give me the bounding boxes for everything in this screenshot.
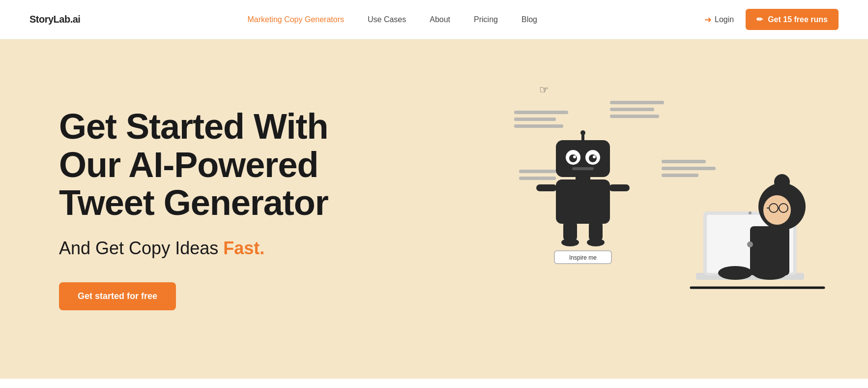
nav-pricing[interactable]: Pricing — [474, 15, 498, 24]
nav-marketing-generators[interactable]: Marketing Copy Generators — [247, 15, 344, 24]
login-link[interactable]: ➜ Login — [704, 14, 734, 25]
svg-rect-10 — [662, 174, 698, 177]
svg-rect-6 — [610, 108, 654, 111]
nav-use-cases[interactable]: Use Cases — [368, 15, 406, 24]
svg-rect-2 — [514, 124, 563, 128]
svg-rect-8 — [662, 160, 706, 163]
hero-illustration: Inspire me — [509, 81, 829, 337]
svg-point-27 — [561, 239, 579, 246]
nav-about[interactable]: About — [430, 15, 450, 24]
free-runs-label: Get 15 free runs — [768, 15, 828, 24]
login-label: Login — [715, 15, 734, 24]
text-lines-group-3 — [610, 101, 664, 118]
svg-point-16 — [569, 154, 577, 162]
svg-rect-13 — [556, 140, 610, 177]
hero-title: Get Started With Our AI-Powered Tweet Ge… — [59, 108, 354, 222]
get-started-button[interactable]: Get started for free — [59, 282, 176, 310]
text-lines-group-1 — [514, 111, 568, 128]
pencil-icon: ✏ — [756, 15, 763, 24]
text-lines-group-4 — [662, 160, 716, 177]
hero-content: Get Started With Our AI-Powered Tweet Ge… — [59, 108, 354, 310]
logo[interactable]: StoryLab.ai — [29, 14, 80, 25]
free-runs-button[interactable]: ✏ Get 15 free runs — [746, 9, 839, 30]
svg-rect-11 — [556, 179, 610, 224]
svg-text:Inspire me: Inspire me — [569, 254, 597, 261]
hero-section: Get Started With Our AI-Powered Tweet Ge… — [0, 39, 868, 379]
hero-subtitle-start: And Get Copy Ideas — [59, 238, 223, 258]
svg-rect-0 — [514, 111, 568, 114]
svg-point-38 — [752, 266, 787, 280]
nav-blog[interactable]: Blog — [521, 15, 537, 24]
svg-rect-25 — [563, 221, 577, 241]
svg-rect-20 — [572, 167, 594, 170]
svg-rect-5 — [610, 101, 664, 104]
svg-rect-21 — [581, 134, 584, 141]
svg-point-35 — [749, 211, 752, 214]
hero-subtitle: And Get Copy Ideas Fast. — [59, 238, 354, 259]
svg-point-46 — [747, 241, 753, 247]
nav-right: ➜ Login ✏ Get 15 free runs — [704, 9, 839, 30]
svg-rect-1 — [514, 118, 556, 121]
svg-rect-4 — [519, 177, 556, 180]
login-arrow-icon: ➜ — [704, 14, 712, 25]
svg-rect-26 — [589, 221, 603, 241]
svg-point-17 — [589, 154, 597, 162]
svg-point-18 — [573, 155, 576, 158]
svg-rect-7 — [610, 115, 659, 118]
nav-links: Marketing Copy Generators Use Cases Abou… — [247, 15, 537, 24]
svg-point-19 — [593, 155, 596, 158]
svg-rect-9 — [662, 167, 716, 170]
svg-point-40 — [774, 174, 790, 190]
hero-fast-word: Fast. — [223, 238, 264, 258]
svg-rect-23 — [536, 184, 557, 191]
hero-svg: Inspire me — [509, 81, 829, 337]
svg-rect-24 — [609, 184, 630, 191]
svg-point-37 — [718, 266, 752, 280]
navbar: StoryLab.ai Marketing Copy Generators Us… — [0, 0, 868, 39]
svg-point-22 — [580, 130, 585, 135]
svg-point-28 — [587, 239, 605, 246]
